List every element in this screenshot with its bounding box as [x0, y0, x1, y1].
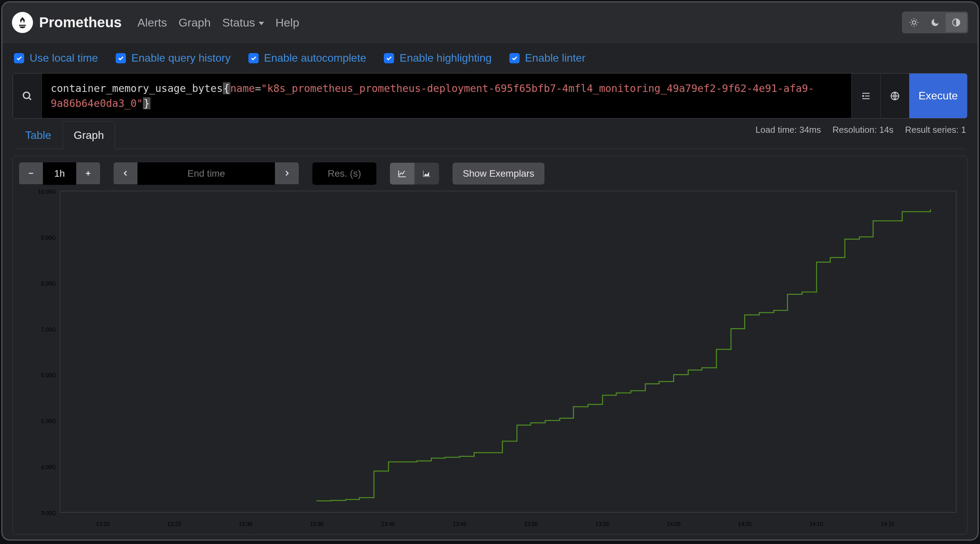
nav-status[interactable]: Status [222, 16, 264, 29]
query-bar: container_memory_usage_bytes{name="k8s_p… [13, 73, 967, 118]
range-decrease-button[interactable] [19, 163, 43, 184]
checkbox-checked-icon [248, 53, 259, 63]
resolution-control [312, 163, 376, 185]
opt-autocomplete-label: Enable autocomplete [264, 52, 366, 64]
opt-autocomplete[interactable]: Enable autocomplete [248, 52, 366, 64]
metrics-explorer-button[interactable] [13, 73, 42, 118]
top-nav: Prometheus Alerts Graph Status Help [2, 2, 978, 43]
contrast-icon [951, 18, 961, 27]
graph-panel: Show Exemplars 3.00G4.00G5.00G6.00G7.00G… [13, 156, 967, 534]
opt-highlighting-label: Enable highlighting [399, 52, 492, 64]
svg-rect-4 [60, 191, 956, 512]
nav-alerts[interactable]: Alerts [137, 16, 167, 29]
prometheus-logo [12, 12, 33, 33]
stat-resolution: Resolution: 14s [833, 124, 894, 135]
tab-table[interactable]: Table [14, 121, 63, 149]
execute-button[interactable]: Execute [909, 73, 967, 118]
svg-text:13:35: 13:35 [310, 521, 324, 527]
theme-dark-button[interactable] [924, 13, 946, 32]
svg-text:13:20: 13:20 [96, 521, 110, 527]
svg-text:13:30: 13:30 [239, 521, 252, 527]
svg-text:14:15: 14:15 [881, 521, 894, 527]
chevron-left-icon [122, 169, 129, 177]
opt-local-time-label: Use local time [30, 52, 98, 64]
theme-light-button[interactable] [904, 13, 924, 32]
svg-point-0 [912, 21, 916, 24]
plus-icon [84, 169, 92, 177]
svg-text:14:05: 14:05 [738, 521, 752, 527]
opt-local-time[interactable]: Use local time [14, 52, 98, 64]
nav-graph[interactable]: Graph [179, 16, 211, 29]
chart-mode-toggle [390, 163, 439, 185]
opt-query-history[interactable]: Enable query history [116, 52, 231, 64]
opt-linter-label: Enable linter [525, 52, 585, 64]
svg-text:13:55: 13:55 [595, 521, 609, 527]
moon-icon [930, 18, 940, 27]
chart: 3.00G4.00G5.00G6.00G7.00G8.00G9.00G10.00… [19, 189, 961, 533]
format-query-button[interactable] [851, 73, 880, 118]
chevron-right-icon [283, 169, 291, 177]
query-options: Use local time Enable query history Enab… [2, 43, 978, 73]
range-input[interactable] [43, 163, 76, 185]
sun-icon [909, 18, 919, 27]
svg-text:7.00G: 7.00G [41, 327, 56, 333]
svg-text:13:45: 13:45 [453, 521, 466, 527]
globe-icon [890, 91, 900, 101]
indent-icon [861, 91, 872, 101]
range-increase-button[interactable] [76, 163, 100, 184]
range-control [19, 163, 100, 185]
theme-auto-button[interactable] [946, 13, 967, 32]
expression-input[interactable]: container_memory_usage_bytes{name="k8s_p… [42, 73, 851, 118]
time-back-button[interactable] [114, 163, 137, 184]
stat-load-time: Load time: 34ms [756, 124, 821, 135]
result-tabs: Table Graph [14, 121, 966, 149]
tab-graph[interactable]: Graph [63, 121, 115, 149]
svg-text:14:00: 14:00 [667, 521, 681, 527]
svg-text:4.00G: 4.00G [41, 464, 56, 470]
svg-text:8.00G: 8.00G [41, 281, 56, 287]
area-chart-icon [422, 169, 431, 179]
time-forward-button[interactable] [275, 163, 299, 184]
opt-highlighting[interactable]: Enable highlighting [384, 52, 492, 64]
svg-text:10.00G: 10.00G [38, 189, 56, 195]
svg-text:6.00G: 6.00G [41, 372, 56, 378]
globe-button[interactable] [880, 73, 909, 118]
svg-text:5.00G: 5.00G [41, 418, 56, 424]
svg-text:14:10: 14:10 [810, 521, 823, 527]
checkbox-checked-icon [14, 53, 24, 63]
svg-text:3.00G: 3.00G [41, 510, 56, 516]
line-chart-button[interactable] [390, 163, 414, 185]
stacked-chart-button[interactable] [414, 163, 439, 185]
opt-linter[interactable]: Enable linter [509, 52, 585, 64]
checkbox-checked-icon [116, 53, 126, 63]
checkbox-checked-icon [384, 53, 394, 63]
search-icon [21, 90, 33, 102]
app-name: Prometheus [39, 14, 122, 30]
svg-text:13:40: 13:40 [382, 521, 395, 527]
time-control [114, 163, 299, 185]
minus-icon [27, 169, 35, 177]
stat-result-series: Result series: 1 [905, 124, 966, 135]
checkbox-checked-icon [509, 53, 520, 63]
nav-help[interactable]: Help [275, 16, 299, 29]
end-time-input[interactable] [137, 163, 275, 185]
show-exemplars-button[interactable]: Show Exemplars [453, 163, 544, 185]
svg-point-2 [24, 92, 30, 98]
line-chart-icon [398, 169, 407, 179]
opt-query-history-label: Enable query history [131, 52, 231, 64]
svg-text:13:25: 13:25 [167, 521, 181, 527]
svg-text:9.00G: 9.00G [41, 235, 56, 241]
svg-text:13:50: 13:50 [524, 521, 538, 527]
theme-switcher [902, 11, 968, 34]
resolution-input[interactable] [312, 163, 376, 185]
